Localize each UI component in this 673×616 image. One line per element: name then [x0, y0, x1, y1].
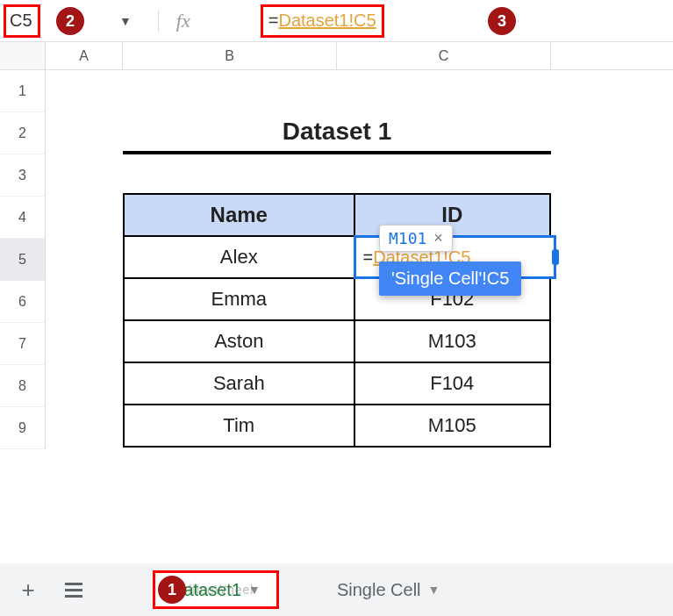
table-header-row: Name ID	[124, 194, 550, 236]
row-header-8[interactable]: 8	[0, 365, 46, 407]
chevron-down-icon[interactable]: ▼	[428, 583, 440, 597]
fx-label: fx	[158, 10, 190, 32]
cell-id[interactable]: M103	[354, 320, 550, 362]
header-name[interactable]: Name	[124, 194, 354, 236]
cell-id[interactable]: M105	[354, 405, 550, 447]
row-headers: 1 2 3 4 5 6 7 8 9	[0, 70, 46, 449]
formula-reference-link: Dataset1!C5	[278, 11, 376, 31]
table-row: Sarah F104	[124, 362, 550, 405]
cell-id[interactable]: F104	[354, 362, 550, 405]
cells-area[interactable]: Dataset 1 Name ID Alex =Dataset1!C5	[46, 70, 673, 449]
hint-value: M101	[389, 229, 426, 247]
row-header-9[interactable]: 9	[0, 407, 46, 449]
row-header-2[interactable]: 2	[0, 112, 46, 154]
reference-tooltip: 'Single Cell'!C5	[379, 261, 521, 296]
row-header-3[interactable]: 3	[0, 154, 46, 197]
cell-editor-handle[interactable]	[552, 249, 559, 265]
hint-close-icon[interactable]: ×	[433, 229, 443, 247]
formula-equals: =	[268, 11, 279, 31]
row-header-1[interactable]: 1	[0, 70, 46, 112]
row-header-6[interactable]: 6	[0, 281, 46, 323]
formula-result-hint: M101 ×	[379, 225, 453, 252]
row-header-5[interactable]: 5	[0, 239, 46, 281]
annotation-badge-3: 3	[488, 7, 516, 35]
cell-name[interactable]: Sarah	[124, 362, 354, 405]
column-headers: A B C	[0, 42, 673, 70]
dataset-title: Dataset 1	[123, 112, 551, 154]
chevron-down-icon[interactable]: ▼	[248, 583, 261, 597]
row-header-4[interactable]: 4	[0, 197, 46, 239]
annotation-badge-2: 2	[56, 7, 84, 35]
spreadsheet-grid: A B C 1 2 3 4 5 6 7 8 9 Dataset 1 Name I…	[0, 42, 673, 449]
column-header-C[interactable]: C	[337, 42, 551, 69]
hamburger-icon	[65, 583, 82, 598]
data-table: Name ID Alex =Dataset1!C5 Emma	[123, 193, 551, 448]
annotation-badge-1: 1	[158, 576, 186, 604]
add-sheet-button[interactable]: +	[9, 570, 47, 609]
sheet-tab-label: Single Cell	[337, 580, 421, 600]
row-header-7[interactable]: 7	[0, 323, 46, 365]
formula-bar: C5 2 ▼ fx =Dataset1!C5 3	[0, 0, 673, 42]
select-all-corner[interactable]	[0, 42, 46, 69]
sheet-tabs-bar: + 1 Dataset1 ▼ OfficeWheel Single Cell ▼	[0, 563, 673, 616]
table-row: Aston M103	[124, 320, 550, 362]
column-header-A[interactable]: A	[46, 42, 123, 69]
cell-name[interactable]: Alex	[124, 236, 354, 278]
cell-ref-dropdown-icon[interactable]: ▼	[119, 14, 132, 28]
formula-input[interactable]: =Dataset1!C5	[261, 4, 384, 38]
column-header-B[interactable]: B	[123, 42, 337, 69]
all-sheets-button[interactable]	[54, 570, 93, 609]
table-row: Tim M105	[124, 405, 550, 447]
cell-name[interactable]: Tim	[124, 405, 354, 447]
editor-equals: =	[363, 247, 374, 268]
cell-name[interactable]: Aston	[124, 320, 354, 362]
cell-reference-box[interactable]: C5	[4, 4, 40, 38]
cell-name[interactable]: Emma	[124, 278, 354, 320]
sheet-tab-single-cell[interactable]: Single Cell ▼	[321, 570, 455, 609]
